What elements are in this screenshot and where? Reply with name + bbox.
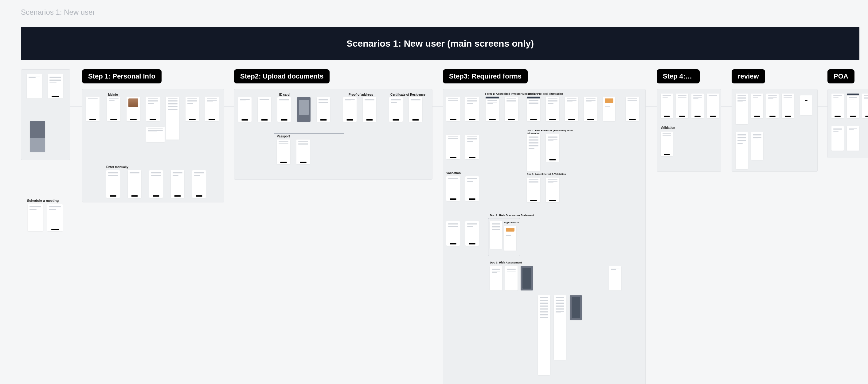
s3-d1[interactable] [465,221,479,246]
rv-2[interactable] [751,94,763,118]
screen-register-2[interactable] [48,74,63,99]
s3-a9[interactable] [626,97,639,121]
s4-4[interactable] [707,94,719,118]
s3-doc3-2[interactable] [505,266,518,290]
s3-a3[interactable] [505,97,518,121]
section-label-poa[interactable]: POA [828,69,855,83]
screen-s2-cor-2[interactable] [409,97,422,122]
s3-a0[interactable] [446,97,460,121]
screen-s2-0[interactable] [238,97,252,122]
s3-b2[interactable] [527,134,540,171]
screen-s2-poa-1[interactable] [343,97,356,122]
group-step3[interactable]: Form 1: Accredited Investor Declaration … [443,89,646,384]
screen-s2-cor-1[interactable] [389,97,403,122]
s3-d0[interactable] [446,221,460,246]
s3-long-3[interactable] [570,295,582,320]
section-label-step2[interactable]: Step2: Upload documents [234,69,330,83]
s3-doc2-1[interactable] [490,221,502,249]
sublabel-approved: ApprovedUS [504,221,519,224]
s3-a8[interactable] [603,97,615,121]
s3-doc3-1[interactable] [490,266,502,290]
poa-6[interactable] [847,126,859,150]
screen-s1-1[interactable] [107,97,120,121]
section-label-review[interactable]: review [732,69,765,83]
poa-3[interactable] [862,94,868,118]
section-label-step4[interactable]: Step 4: Add ... [657,69,700,83]
s4-2[interactable] [676,94,688,118]
group-step2[interactable]: ID card Proof of address Certificate of … [234,89,432,180]
sublabel-doc3: Doc 3: Risk Assessment [490,261,522,264]
screen-s2-pp-1[interactable] [277,140,290,164]
screen-register-1[interactable] [27,74,42,99]
connector-5 [721,106,732,106]
s3-a7[interactable] [584,97,597,121]
rv-3[interactable] [766,94,779,118]
poa-2[interactable] [847,94,859,118]
screen-s2-poa-2[interactable] [363,97,376,122]
screen-s1-m4[interactable] [171,170,184,198]
s3-c1[interactable] [527,178,540,202]
sublabel-myinfo: MyInfo [108,93,118,96]
group-step4[interactable]: Validation [657,89,721,172]
s4-1[interactable] [661,94,673,118]
sublabel-passport: Passport [277,135,290,138]
rv-5[interactable] [800,95,812,115]
rv-4[interactable] [782,94,794,118]
s3-a1[interactable] [465,97,479,121]
screen-s1-2[interactable] [127,97,140,121]
screen-s1-5[interactable] [186,97,199,121]
screen-s1-3[interactable] [146,97,160,121]
poa-5[interactable] [832,126,844,150]
s3-c2[interactable] [546,178,559,202]
s3-doc3-3[interactable] [521,266,533,290]
banner-title: Scenarios 1: New user (main screens only… [346,38,534,49]
poa-1[interactable] [832,94,844,118]
s3-v1[interactable] [446,176,460,201]
s3-b0[interactable] [446,135,460,159]
s3-b3[interactable] [546,134,559,162]
screen-register-overlay[interactable] [30,121,45,152]
s3-long-2[interactable] [554,295,566,360]
section-label-step1[interactable]: Step 1: Personal Info [82,69,161,83]
screen-s1-m2[interactable] [128,170,141,198]
s4-3[interactable] [691,94,704,118]
connector-3 [432,106,443,106]
screen-s1-m5[interactable] [192,170,206,198]
sublabel-schedule: Schedule a meeting [27,199,59,202]
s3-long-1[interactable] [538,295,550,375]
screen-s2-pp-2[interactable] [297,140,310,164]
screen-s1-6[interactable] [205,97,219,121]
group-poa[interactable] [828,89,868,158]
section-label-step3[interactable]: Step3: Required forms [443,69,528,83]
sublabel-poa: Proof of address [349,93,373,96]
screen-s1-0[interactable] [86,97,99,121]
group-step1[interactable]: MyInfo Enter manually [82,89,224,202]
rv-6[interactable] [736,132,748,169]
s3-b1[interactable] [465,135,479,159]
s3-a6[interactable] [565,97,578,121]
screen-s1-sheet[interactable] [146,127,165,142]
s4-v1[interactable] [661,132,673,156]
rv-1[interactable] [736,94,748,124]
group-review[interactable] [732,89,818,172]
s3-doc2-2[interactable] [504,226,516,251]
screen-s2-1[interactable] [258,97,271,122]
s3-a5[interactable] [546,97,559,121]
s3-a2[interactable] [486,97,499,121]
s3-doc3-right[interactable] [609,266,621,290]
s3-v2[interactable] [465,176,479,201]
breadcrumb: Scenarios 1: New user [21,8,95,16]
screen-schedule-2[interactable] [47,204,63,231]
figma-canvas[interactable]: Register Schedule a meeting Step 1: Pers… [21,69,859,384]
screen-s1-m3[interactable] [149,170,163,198]
screen-s1-m1[interactable] [106,170,120,198]
rv-7[interactable] [751,132,763,160]
screen-s2-3-cam[interactable] [297,97,311,122]
group-register[interactable] [21,69,70,160]
screen-s2-4[interactable] [317,97,330,122]
sublabel-doc1: Doc 1: Pre-deal Illustration [528,92,563,95]
screen-s2-2[interactable] [277,97,291,122]
s3-a4[interactable] [527,97,540,121]
screen-schedule-1[interactable] [28,204,43,231]
screen-s1-4[interactable] [166,97,179,140]
